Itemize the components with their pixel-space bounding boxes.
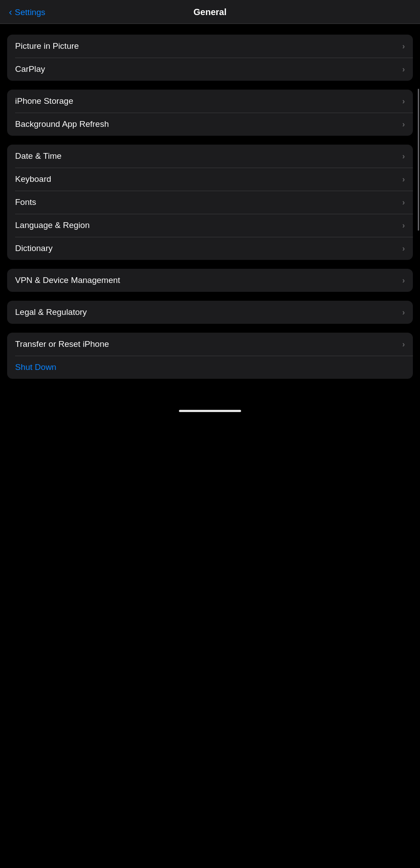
row-right-vpn-device-management: ›	[402, 276, 405, 285]
settings-section-section-pip-carplay: Picture in Picture›CarPlay›	[7, 35, 413, 81]
page-title: General	[194, 7, 226, 17]
header: ‹ Settings General	[0, 0, 420, 24]
settings-section-section-vpn: VPN & Device Management›	[7, 269, 413, 292]
row-label-carplay: CarPlay	[15, 64, 45, 74]
settings-row-vpn-device-management[interactable]: VPN & Device Management›	[7, 269, 413, 292]
row-label-fonts: Fonts	[15, 197, 36, 207]
settings-row-dictionary[interactable]: Dictionary›	[7, 237, 413, 260]
settings-row-carplay[interactable]: CarPlay›	[7, 58, 413, 81]
chevron-right-icon: ›	[402, 97, 405, 106]
settings-row-fonts[interactable]: Fonts›	[7, 191, 413, 214]
row-label-background-app-refresh: Background App Refresh	[15, 119, 109, 129]
row-right-picture-in-picture: ›	[402, 42, 405, 51]
row-right-iphone-storage: ›	[402, 97, 405, 106]
back-button[interactable]: ‹ Settings	[9, 7, 45, 18]
settings-row-language-region[interactable]: Language & Region›	[7, 214, 413, 237]
settings-row-transfer-reset-iphone[interactable]: Transfer or Reset iPhone›	[7, 333, 413, 356]
row-label-dictionary: Dictionary	[15, 244, 52, 253]
chevron-right-icon: ›	[402, 308, 405, 317]
settings-section-section-storage-refresh: iPhone Storage›Background App Refresh›	[7, 90, 413, 136]
row-label-legal-regulatory: Legal & Regulatory	[15, 307, 87, 317]
settings-row-date-time[interactable]: Date & Time›	[7, 145, 413, 168]
chevron-right-icon: ›	[402, 276, 405, 285]
home-bar	[179, 410, 241, 412]
chevron-right-icon: ›	[402, 175, 405, 184]
settings-section-section-legal: Legal & Regulatory›	[7, 301, 413, 324]
chevron-right-icon: ›	[402, 340, 405, 349]
chevron-right-icon: ›	[402, 221, 405, 230]
row-label-date-time: Date & Time	[15, 151, 62, 161]
row-label-iphone-storage: iPhone Storage	[15, 96, 73, 106]
settings-row-legal-regulatory[interactable]: Legal & Regulatory›	[7, 301, 413, 324]
row-right-legal-regulatory: ›	[402, 308, 405, 317]
settings-row-background-app-refresh[interactable]: Background App Refresh›	[7, 113, 413, 136]
chevron-right-icon: ›	[402, 152, 405, 161]
content: Picture in Picture›CarPlay›iPhone Storag…	[0, 24, 420, 391]
back-label: Settings	[15, 8, 45, 17]
chevron-right-icon: ›	[402, 65, 405, 74]
row-label-keyboard: Keyboard	[15, 174, 51, 184]
chevron-right-icon: ›	[402, 244, 405, 253]
row-right-date-time: ›	[402, 152, 405, 161]
row-right-language-region: ›	[402, 221, 405, 230]
row-label-language-region: Language & Region	[15, 220, 90, 230]
row-right-carplay: ›	[402, 65, 405, 74]
row-label-transfer-reset-iphone: Transfer or Reset iPhone	[15, 339, 109, 349]
chevron-right-icon: ›	[402, 42, 405, 51]
chevron-right-icon: ›	[402, 120, 405, 129]
scrollbar[interactable]	[418, 89, 419, 231]
settings-row-shut-down[interactable]: Shut Down	[7, 356, 413, 379]
row-right-background-app-refresh: ›	[402, 120, 405, 129]
settings-row-iphone-storage[interactable]: iPhone Storage›	[7, 90, 413, 113]
row-right-fonts: ›	[402, 198, 405, 207]
settings-section-section-transfer-shutdown: Transfer or Reset iPhone›Shut Down	[7, 333, 413, 379]
row-label-picture-in-picture: Picture in Picture	[15, 41, 79, 51]
row-right-transfer-reset-iphone: ›	[402, 340, 405, 349]
row-label-vpn-device-management: VPN & Device Management	[15, 275, 120, 285]
settings-section-section-locale: Date & Time›Keyboard›Fonts›Language & Re…	[7, 145, 413, 260]
chevron-right-icon: ›	[402, 198, 405, 207]
settings-row-keyboard[interactable]: Keyboard›	[7, 168, 413, 191]
settings-row-picture-in-picture[interactable]: Picture in Picture›	[7, 35, 413, 58]
row-right-keyboard: ›	[402, 175, 405, 184]
home-indicator-area	[0, 405, 420, 421]
back-chevron-icon: ‹	[9, 7, 12, 18]
row-right-dictionary: ›	[402, 244, 405, 253]
row-label-shut-down: Shut Down	[15, 362, 56, 372]
